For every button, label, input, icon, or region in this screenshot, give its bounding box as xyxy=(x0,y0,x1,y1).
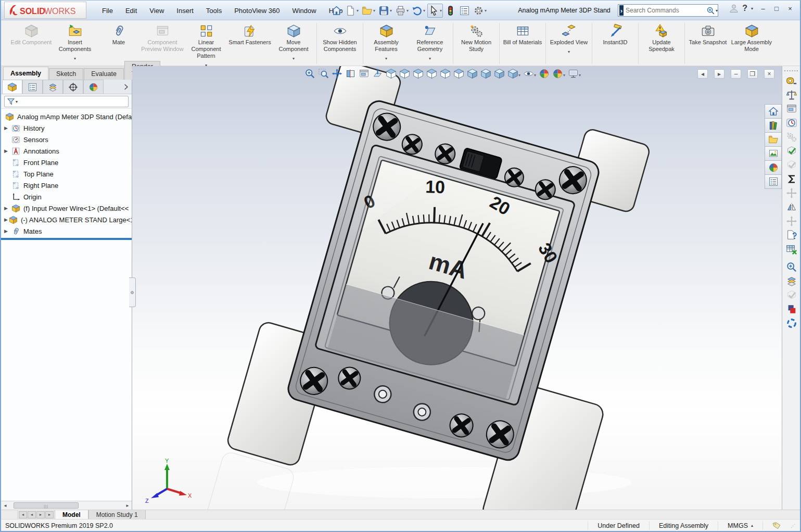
right-toolbar-button[interactable] xyxy=(784,288,799,302)
quick-access-button[interactable] xyxy=(411,4,426,18)
view-tool-button[interactable] xyxy=(507,68,521,80)
ribbon-button[interactable]: Move Component xyxy=(272,21,315,66)
search-dropdown-caret[interactable]: ▾ xyxy=(716,8,718,13)
task-pane-tab[interactable] xyxy=(765,146,782,161)
ribbon-button[interactable]: Update Speedpak xyxy=(640,21,683,66)
view-tool-button[interactable] xyxy=(372,68,384,80)
tree-filter-input[interactable]: ▾ xyxy=(4,96,129,107)
ribbon-button[interactable]: Show Hidden Components xyxy=(318,21,362,66)
search-flyout-icon[interactable]: › xyxy=(619,5,624,16)
rollback-bar[interactable] xyxy=(1,238,132,240)
view-tool-button[interactable] xyxy=(331,68,343,80)
ribbon-button[interactable]: Instant3D xyxy=(593,21,637,66)
quick-access-button[interactable] xyxy=(472,4,488,18)
resize-grip[interactable]: ⋰ xyxy=(791,523,800,528)
command-tab[interactable]: Assembly xyxy=(3,67,48,80)
panel-collapse-handle[interactable] xyxy=(129,277,136,307)
quick-access-button[interactable] xyxy=(394,4,410,18)
view-tool-button[interactable] xyxy=(426,68,438,80)
right-toolbar-button[interactable] xyxy=(784,274,799,288)
view-tool-button[interactable] xyxy=(439,68,451,80)
ribbon-button[interactable]: Reference Geometry xyxy=(408,21,452,66)
ribbon-button[interactable]: Large Assembly Mode xyxy=(730,21,773,66)
scroll-left-arrow-icon[interactable]: ◄ xyxy=(1,503,9,508)
right-toolbar-button[interactable] xyxy=(784,144,799,158)
tree-item[interactable]: ▶ (-) ANALOG METER STAND Large<1 xyxy=(1,214,132,225)
units-selector[interactable]: MMGS▴ xyxy=(718,521,762,529)
tab-scroll-button[interactable]: ► xyxy=(45,511,54,518)
user-account-icon[interactable] xyxy=(729,3,739,14)
right-toolbar-button[interactable] xyxy=(784,302,799,316)
tab-scroll-button[interactable]: ◄ xyxy=(19,511,27,518)
ribbon-button[interactable]: Linear Component Pattern xyxy=(184,21,228,66)
search-commands-box[interactable]: › ▾ xyxy=(618,4,718,17)
tab-scroll-button[interactable]: ◄ xyxy=(28,511,36,518)
view-tool-button[interactable] xyxy=(385,68,397,80)
view-tool-button[interactable] xyxy=(466,68,478,80)
view-tool-button[interactable] xyxy=(480,68,492,80)
document-window-button[interactable]: ◂ xyxy=(697,69,708,79)
quick-access-button[interactable] xyxy=(361,4,376,18)
view-tool-button[interactable] xyxy=(493,68,505,80)
ribbon-button[interactable]: New Motion Study xyxy=(454,21,498,66)
ribbon-button[interactable]: Exploded View xyxy=(547,21,591,66)
3d-model-analog-meter[interactable]: 0102030mA xyxy=(132,66,782,510)
tree-item[interactable]: ▶ Front Plane xyxy=(1,157,132,168)
quick-access-button[interactable] xyxy=(330,4,343,18)
window-control-button[interactable]: – xyxy=(756,3,770,14)
right-toolbar-button[interactable] xyxy=(784,214,799,228)
command-tab[interactable]: Sketch xyxy=(49,68,83,80)
view-tool-button[interactable] xyxy=(399,68,411,80)
right-toolbar-button[interactable] xyxy=(784,242,799,256)
command-tab[interactable]: Evaluate xyxy=(84,68,124,80)
right-toolbar-button[interactable] xyxy=(784,130,799,144)
tree-item[interactable]: ▶ Origin xyxy=(1,191,132,202)
scroll-right-arrow-icon[interactable]: ► xyxy=(123,503,132,508)
quick-access-button[interactable] xyxy=(377,4,393,18)
right-toolbar-button[interactable] xyxy=(784,158,799,172)
view-tool-button[interactable] xyxy=(552,68,566,80)
model-tab[interactable]: Model xyxy=(55,510,88,519)
document-window-button[interactable]: ❒ xyxy=(747,69,758,79)
quick-access-button[interactable] xyxy=(444,4,457,18)
right-toolbar-button[interactable] xyxy=(784,73,799,87)
feature-manager-tab[interactable] xyxy=(2,80,22,94)
tag-icon-holder[interactable] xyxy=(762,521,791,529)
right-toolbar-button[interactable] xyxy=(784,102,799,116)
ribbon-button[interactable]: Bill of Materials xyxy=(501,21,544,66)
view-tool-button[interactable] xyxy=(317,68,329,80)
ribbon-button[interactable]: Component Preview Window xyxy=(141,21,184,66)
tab-scroll-button[interactable]: ► xyxy=(36,511,45,518)
menu-item[interactable]: Insert xyxy=(170,1,200,20)
scrollbar-thumb[interactable]: ||| xyxy=(14,502,79,509)
panel-expand-button[interactable] xyxy=(120,80,132,94)
view-tool-button[interactable] xyxy=(358,68,370,80)
help-dropdown-caret[interactable]: ▾ xyxy=(751,6,753,11)
quick-access-button[interactable] xyxy=(344,4,360,18)
menu-item[interactable]: Edit xyxy=(119,1,143,20)
feature-manager-tab[interactable] xyxy=(22,80,43,94)
document-window-button[interactable]: × xyxy=(764,69,774,79)
menu-item[interactable]: View xyxy=(143,1,170,20)
tree-item[interactable]: ▶ Mates xyxy=(1,225,132,237)
feature-manager-tab[interactable] xyxy=(43,80,63,94)
ribbon-button[interactable]: Assembly Features xyxy=(364,21,408,66)
ribbon-button[interactable]: Edit Component xyxy=(9,21,53,66)
ribbon-button[interactable]: Insert Components xyxy=(53,21,97,66)
task-pane-tab[interactable] xyxy=(765,160,782,175)
search-input[interactable] xyxy=(626,7,706,14)
task-pane-tab[interactable] xyxy=(765,104,782,119)
task-pane-tab[interactable] xyxy=(765,132,782,147)
tree-item[interactable]: ▶ (f) Input Power Wire<1> (Default<< xyxy=(1,202,132,214)
tree-item[interactable]: ▶ Right Plane xyxy=(1,180,132,191)
ribbon-button[interactable]: Mate xyxy=(97,21,141,66)
tree-item[interactable]: ▶ Annotations xyxy=(1,145,132,157)
view-tool-button[interactable] xyxy=(538,68,550,80)
task-pane-tab[interactable] xyxy=(765,118,782,133)
right-toolbar-button[interactable] xyxy=(784,316,799,330)
search-icon[interactable] xyxy=(706,6,715,15)
feature-manager-tab[interactable] xyxy=(83,80,104,94)
window-control-button[interactable]: × xyxy=(783,3,797,14)
view-tool-button[interactable] xyxy=(412,68,424,80)
ribbon-button[interactable]: Smart Fasteners xyxy=(228,21,272,66)
